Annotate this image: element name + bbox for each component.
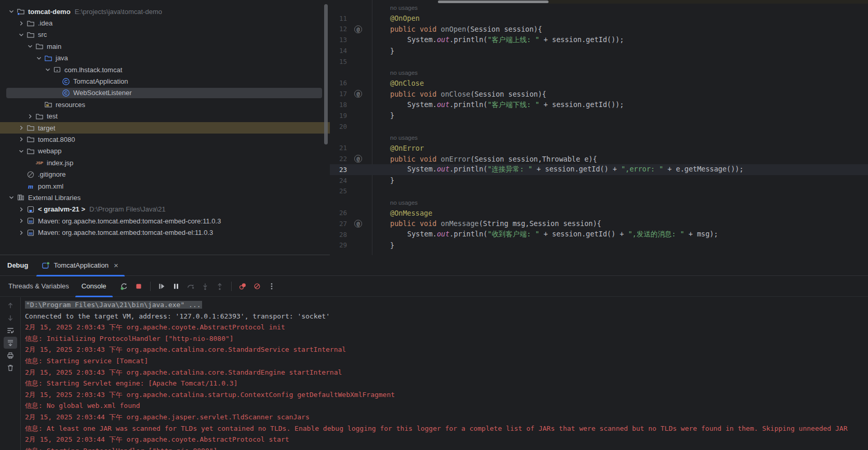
- annotation-gutter-icon[interactable]: @: [354, 220, 362, 228]
- usage-hint-row[interactable]: no usages: [330, 2, 868, 13]
- chevron-right-icon[interactable]: [17, 217, 25, 225]
- pause-icon[interactable]: [172, 282, 181, 290]
- stop-icon[interactable]: [135, 282, 143, 290]
- chevron-down-icon[interactable]: [44, 65, 52, 74]
- project-tree-panel[interactable]: tomcat-demoE:\projects\java\tomcat-demo.…: [0, 0, 330, 255]
- code-line-20[interactable]: 20: [330, 121, 868, 132]
- resume-icon[interactable]: [157, 282, 166, 290]
- rerun-icon[interactable]: [120, 282, 129, 290]
- chevron-right-icon[interactable]: [17, 19, 25, 28]
- code-line-17[interactable]: 17@public void onClose(Session session){: [330, 88, 868, 99]
- tree-item-pom-xml[interactable]: mpom.xml: [0, 180, 330, 192]
- project-tree-scrollbar[interactable]: [324, 4, 328, 144]
- tree-item-target[interactable]: target: [0, 122, 330, 134]
- usage-hint-row[interactable]: no usages: [330, 67, 868, 78]
- code-line-25[interactable]: 25: [330, 186, 868, 197]
- chevron-down-icon[interactable]: [7, 193, 16, 202]
- tree-item-test[interactable]: test: [0, 111, 330, 122]
- annotation-gutter-icon[interactable]: @: [354, 25, 362, 33]
- scroll-end-icon[interactable]: [4, 337, 17, 349]
- tree-item-src[interactable]: src: [0, 29, 330, 41]
- code-line-28[interactable]: 28System.out.println("收到客户端: " + session…: [330, 229, 868, 240]
- console-stderr-line: 信息: At least one JAR was scanned for TLD…: [25, 423, 868, 434]
- tree-item-maven-org-apache-tomcat-embed-tomcat-embed-core-11-0-3[interactable]: Maven: org.apache.tomcat.embed:tomcat-em…: [0, 215, 330, 227]
- code-line-14[interactable]: 14}: [330, 45, 868, 56]
- tree-item-tomcatapplication[interactable]: CTomcatApplication: [0, 75, 330, 87]
- tree-item-tomcat-demo[interactable]: tomcat-demoE:\projects\java\tomcat-demo: [0, 6, 330, 17]
- code-line-26[interactable]: 26@OnMessage: [330, 207, 868, 218]
- chevron-down-icon[interactable]: [17, 31, 25, 39]
- code-line-16[interactable]: 16@OnClose: [330, 78, 868, 89]
- tree-item-index-jsp[interactable]: JSPindex.jsp: [0, 157, 330, 168]
- tab-threads-variables[interactable]: Threads & Variables: [2, 276, 75, 297]
- tab-console[interactable]: Console: [75, 276, 113, 297]
- code-text: @OnError: [347, 144, 868, 152]
- tree-item-gitignore[interactable]: .gitignore: [0, 168, 330, 180]
- step-out-icon[interactable]: [216, 282, 224, 290]
- folder-res-icon: [44, 100, 52, 109]
- svg-text:C: C: [64, 79, 68, 84]
- console-stderr-line: 信息: Starting service [Tomcat]: [25, 355, 868, 367]
- clear-icon[interactable]: [4, 362, 17, 374]
- tree-item-main[interactable]: main: [0, 41, 330, 52]
- tree-item-com-lhstack-tomcat[interactable]: com.lhstack.tomcat: [0, 64, 330, 75]
- code-line-15[interactable]: 15: [330, 56, 868, 67]
- print-icon[interactable]: [4, 349, 17, 361]
- down-icon[interactable]: [4, 312, 17, 324]
- tree-item-label: tomcat-demo: [28, 8, 71, 16]
- code-line-11[interactable]: 11@OnOpen: [330, 13, 868, 24]
- chevron-right-icon[interactable]: [17, 205, 25, 214]
- chevron-down-icon[interactable]: [35, 54, 43, 62]
- tree-item-maven-org-apache-tomcat-embed-tomcat-embed-el-11-0-3[interactable]: Maven: org.apache.tomcat.embed:tomcat-em…: [0, 227, 330, 238]
- svg-text:m: m: [28, 182, 33, 190]
- chevron-right-icon[interactable]: [17, 229, 25, 237]
- tree-item-resources[interactable]: resources: [0, 99, 330, 110]
- jsp-icon: JSP: [35, 158, 44, 167]
- view-breakpoints-icon[interactable]: [238, 282, 247, 290]
- code-line-29[interactable]: 29}: [330, 240, 868, 251]
- tree-item-idea[interactable]: .idea: [0, 17, 330, 29]
- step-over-icon[interactable]: [186, 282, 195, 290]
- code-line-13[interactable]: 13System.out.println("客户端上线: " + session…: [330, 34, 868, 45]
- tree-item-external-libraries[interactable]: External Libraries: [0, 192, 330, 203]
- code-editor[interactable]: no usages11@OnOpen12@public void onOpen(…: [330, 0, 868, 255]
- debug-session-tab[interactable]: TomcatApplication ×: [36, 255, 124, 276]
- line-number: 29: [330, 241, 347, 249]
- debug-session-icon: [42, 261, 50, 270]
- tree-item-tomcat-8080[interactable]: tomcat.8080: [0, 134, 330, 145]
- folder-icon: [26, 135, 35, 143]
- inlay-hint: no usages: [347, 133, 868, 141]
- tree-item-websocketlistener[interactable]: CWebSocketListener: [0, 87, 330, 99]
- code-line-19[interactable]: 19}: [330, 110, 868, 121]
- close-icon[interactable]: ×: [114, 261, 118, 270]
- tree-item-label: java: [56, 54, 68, 62]
- soft-wrap-icon[interactable]: [4, 324, 17, 336]
- up-icon[interactable]: [4, 299, 17, 311]
- code-text: System.out.println("连接异常: " + session.ge…: [347, 165, 868, 174]
- usage-hint-row[interactable]: no usages: [330, 196, 868, 207]
- code-line-12[interactable]: 12@public void onOpen(Session session){: [330, 24, 868, 35]
- usage-hint-row[interactable]: no usages: [330, 132, 868, 143]
- code-line-18[interactable]: 18System.out.println("客户端下线: " + session…: [330, 99, 868, 110]
- tree-item-graalvm-21[interactable]: < graalvm-21 >D:\Program Files\Java\21: [0, 204, 330, 215]
- debug-toolbar-row: Threads & VariablesConsole: [0, 276, 868, 297]
- code-line-24[interactable]: 24}: [330, 175, 868, 186]
- step-into-icon[interactable]: [201, 282, 210, 290]
- code-line-27[interactable]: 27@public void onMessage(String msg,Sess…: [330, 218, 868, 229]
- tree-item-java[interactable]: java: [0, 52, 330, 64]
- chevron-down-icon[interactable]: [7, 7, 16, 16]
- chevron-right-icon[interactable]: [26, 112, 34, 121]
- chevron-down-icon[interactable]: [17, 147, 25, 155]
- chevron-down-icon[interactable]: [26, 42, 34, 50]
- code-line-23[interactable]: 23System.out.println("连接异常: " + session.…: [330, 164, 868, 175]
- more-icon[interactable]: [268, 282, 276, 290]
- console-output[interactable]: "D:\Program Files\Java\21\bin\java.exe" …: [21, 297, 868, 450]
- console-stderr-line: 2月 15, 2025 2:03:43 下午 org.apache.catali…: [25, 367, 868, 378]
- code-line-22[interactable]: 22@public void onError(Session session,T…: [330, 153, 868, 164]
- chevron-right-icon[interactable]: [17, 135, 25, 143]
- tree-item-webapp[interactable]: webapp: [0, 145, 330, 157]
- code-text: }: [347, 47, 868, 55]
- chevron-right-icon[interactable]: [17, 124, 25, 132]
- code-line-21[interactable]: 21@OnError: [330, 142, 868, 153]
- mute-breakpoints-icon[interactable]: [253, 282, 262, 290]
